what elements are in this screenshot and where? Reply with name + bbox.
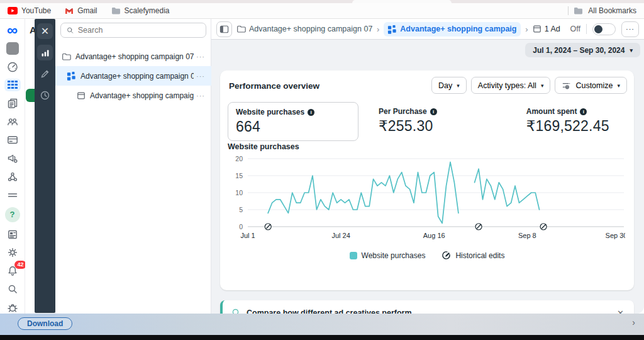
granularity-dropdown[interactable]: Day▾ [431, 77, 467, 94]
updates-icon[interactable] [4, 228, 21, 241]
search-box[interactable] [60, 23, 206, 38]
rail-search-icon[interactable] [4, 283, 21, 295]
close-icon[interactable]: ✕ [37, 23, 53, 39]
svg-text:Jul 1: Jul 1 [240, 232, 255, 239]
floating-toolbar: ✕ [35, 19, 55, 313]
chart-legend: Website purchases Historical edits [220, 251, 634, 260]
background-window: Download › [0, 314, 644, 335]
metric-value: 664 [236, 118, 350, 135]
breadcrumb-ad[interactable]: 1 Ad [533, 25, 560, 33]
tree-item-label: Advantage+ shopping campaign 07/... [80, 72, 194, 81]
download-button[interactable]: Download [18, 317, 72, 330]
info-icon[interactable]: i [430, 108, 437, 115]
tree-item-adset-selected[interactable]: Advantage+ shopping campaign 07/... ··· [55, 66, 211, 86]
campaigns-icon[interactable] [4, 79, 21, 91]
breadcrumb-campaign[interactable]: Advantage+ shopping campaign 07/06/20 [236, 25, 372, 33]
svg-text:Jul 24: Jul 24 [331, 232, 350, 239]
bookmark-scalefymedia[interactable]: Scalefymedia [111, 6, 170, 15]
legend-website-purchases[interactable]: Website purchases [350, 251, 426, 260]
chevron-right-icon[interactable]: › [632, 317, 635, 327]
more-menu-icon[interactable]: ··· [194, 92, 208, 99]
events-manager-icon[interactable] [4, 171, 21, 183]
business-avatar[interactable] [4, 42, 21, 55]
advertising-settings-icon[interactable] [4, 152, 21, 164]
billing-icon[interactable] [4, 133, 21, 146]
meta-logo[interactable]: ∞ [4, 24, 21, 37]
divider [568, 6, 569, 15]
close-icon[interactable]: ✕ [614, 307, 626, 314]
tip-card: Compare how different ad creatives perfo… [220, 300, 634, 314]
create-button-sliver[interactable] [26, 89, 35, 102]
toggle-sidebar-button[interactable] [216, 21, 232, 37]
breadcrumb-label: Advantage+ shopping campaign 07/06/20 [400, 25, 517, 33]
ad-window-icon [533, 25, 541, 33]
breadcrumb-separator: › [377, 25, 379, 34]
bookmarks-bar: YouTube Gmail Scalefymedia All Bookmarks [0, 3, 644, 19]
edit-pencil-icon[interactable] [37, 66, 53, 82]
more-options-button[interactable]: ··· [621, 21, 639, 37]
sidebar-toggle-icon [219, 25, 229, 33]
caret-down-icon: ▾ [617, 82, 620, 89]
search-input[interactable] [78, 26, 201, 35]
all-bookmarks-label: All Bookmarks [588, 6, 636, 15]
notifications-bell-icon[interactable]: 42 [4, 264, 21, 277]
report-bug-icon[interactable] [4, 301, 21, 314]
charts-icon[interactable] [37, 45, 53, 60]
tree-item-campaign[interactable]: Advantage+ shopping campaign 07/06/... ·… [55, 47, 211, 66]
metric-value: ₹255.30 [379, 118, 437, 135]
caret-down-icon: ▾ [541, 82, 544, 89]
card-title: Performance overview [229, 81, 319, 91]
metric-per-purchase[interactable]: Per Purchasei ₹255.30 [371, 102, 445, 141]
metric-amount-spent[interactable]: Amount spenti ₹169,522.45 [519, 102, 617, 141]
all-bookmarks[interactable]: All Bookmarks [568, 6, 636, 15]
bookmark-label: Scalefymedia [125, 6, 170, 15]
divider [586, 24, 587, 34]
line-chart[interactable]: 05101520Jul 1Jul 24Aug 16Sep 8Sep 30 [225, 151, 625, 247]
metrics-row: Website purchasesi 664 Per Purchasei ₹25… [228, 102, 617, 141]
campaign-tree: Advantage+ shopping campaign 07/06/... ·… [55, 47, 211, 105]
ads-reporting-icon[interactable] [4, 97, 21, 110]
adset-toggle-off[interactable] [592, 23, 616, 35]
performance-overview-card: Performance overview Day▾ Activity types… [220, 71, 634, 290]
ad-window-icon [77, 91, 86, 100]
date-range-selector[interactable]: Jul 1, 2024 – Sep 30, 2024 ▾ [525, 43, 640, 57]
campaign-folder-icon [62, 52, 71, 61]
audiences-icon[interactable] [4, 115, 21, 128]
settings-gear-icon[interactable] [4, 246, 21, 259]
history-clock-icon[interactable] [37, 88, 53, 103]
more-tools-icon[interactable] [4, 189, 21, 201]
historical-edit-icon [441, 251, 451, 260]
svg-text:10: 10 [235, 189, 243, 196]
info-icon[interactable]: i [308, 109, 314, 116]
more-menu-icon[interactable]: ··· [194, 72, 208, 80]
bookmark-youtube[interactable]: YouTube [8, 6, 51, 15]
caret-down-icon: ▾ [457, 82, 460, 89]
breadcrumb-label: 1 Ad [545, 25, 560, 33]
customize-dropdown[interactable]: Customize▾ [555, 77, 627, 94]
bookmark-gmail[interactable]: Gmail [65, 6, 97, 15]
help-icon[interactable]: ? [4, 207, 21, 222]
screen-bottom-bar [0, 335, 644, 340]
info-icon[interactable]: i [580, 108, 587, 115]
svg-text:Sep 8: Sep 8 [518, 232, 536, 239]
account-overview-icon[interactable] [4, 60, 21, 73]
legend-historical-edits[interactable]: Historical edits [441, 251, 504, 260]
activity-types-dropdown[interactable]: Activity types: All▾ [471, 77, 551, 94]
breadcrumb-adset-selected[interactable]: Advantage+ shopping campaign 07/06/20 [384, 22, 521, 37]
teal-swatch-icon [350, 252, 357, 259]
lightbulb-icon [230, 308, 241, 314]
metric-website-purchases[interactable]: Website purchasesi 664 [228, 102, 358, 141]
svg-text:15: 15 [235, 172, 243, 179]
ads-manager-app: ∞ ? [0, 19, 644, 314]
status-off-label: Off [570, 25, 580, 33]
breadcrumb-header: Advantage+ shopping campaign 07/06/20 › … [211, 19, 644, 40]
more-menu-icon[interactable]: ··· [194, 53, 208, 60]
svg-text:5: 5 [239, 206, 243, 213]
folder-icon [236, 25, 246, 33]
tree-item-ad[interactable]: Advantage+ shopping campaign 0... ··· [55, 86, 211, 105]
date-range-label: Jul 1, 2024 – Sep 30, 2024 [533, 46, 625, 55]
tip-text: Compare how different ad creatives perfo… [247, 309, 609, 314]
youtube-icon [8, 7, 18, 14]
chart-controls: Day▾ Activity types: All▾ Customize▾ [431, 77, 627, 94]
bookmark-label: YouTube [21, 6, 51, 15]
